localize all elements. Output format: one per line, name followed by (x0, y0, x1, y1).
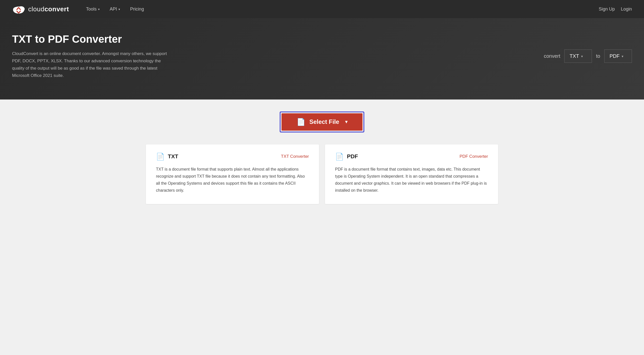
signup-link[interactable]: Sign Up (599, 7, 615, 12)
logo-link[interactable]: cloudconvert (12, 3, 69, 16)
pdf-format-left: 📄 PDF (335, 153, 358, 161)
to-format-selector[interactable]: PDF ▾ (604, 49, 632, 63)
api-caret-icon: ▾ (118, 8, 120, 11)
logo-text: cloudconvert (28, 5, 69, 13)
select-file-caret-icon: ▾ (345, 119, 347, 125)
txt-converter-link[interactable]: TXT Converter (281, 154, 309, 159)
nav-auth: Sign Up Login (599, 7, 632, 12)
select-file-wrapper: 📄 Select File ▾ (280, 112, 365, 132)
hero-converter: convert TXT ▾ to PDF ▾ (544, 49, 632, 63)
nav-tools[interactable]: Tools ▾ (81, 0, 105, 18)
info-cards: 📄 TXT TXT Converter TXT is a document fi… (146, 144, 498, 204)
txt-format-left: 📄 TXT (156, 153, 178, 161)
nav-api[interactable]: API ▾ (105, 0, 125, 18)
pdf-format-name: PDF (347, 153, 358, 160)
select-file-button[interactable]: 📄 Select File ▾ (281, 113, 363, 131)
convert-label: convert (544, 53, 560, 59)
nav-pricing[interactable]: Pricing (125, 0, 149, 18)
select-file-label: Select File (309, 118, 339, 125)
to-format-value: PDF (610, 53, 620, 59)
login-link[interactable]: Login (621, 7, 632, 12)
from-format-value: TXT (570, 53, 579, 59)
page-title: TXT to PDF Converter (12, 33, 173, 45)
nav-links: Tools ▾ API ▾ Pricing (81, 0, 599, 18)
txt-info-card: 📄 TXT TXT Converter TXT is a document fi… (146, 144, 319, 204)
file-upload-icon: 📄 (297, 118, 305, 126)
logo-icon (12, 3, 25, 16)
pdf-converter-link[interactable]: PDF Converter (460, 154, 488, 159)
to-label: to (596, 53, 600, 59)
to-format-caret-icon: ▾ (622, 54, 623, 58)
from-format-selector[interactable]: TXT ▾ (564, 49, 592, 63)
pdf-card-header: 📄 PDF PDF Converter (335, 153, 488, 161)
from-format-caret-icon: ▾ (581, 54, 583, 58)
pdf-file-icon: 📄 (335, 153, 344, 161)
hero-description: CloudConvert is an online document conve… (12, 50, 173, 79)
navbar: cloudconvert Tools ▾ API ▾ Pricing Sign … (0, 0, 644, 18)
hero-left: TXT to PDF Converter CloudConvert is an … (12, 33, 173, 79)
txt-file-icon: 📄 (156, 153, 165, 161)
pdf-description: PDF is a document file format that conta… (335, 166, 488, 194)
txt-card-header: 📄 TXT TXT Converter (156, 153, 309, 161)
hero-section: TXT to PDF Converter CloudConvert is an … (0, 18, 644, 99)
txt-format-name: TXT (168, 153, 178, 160)
tools-caret-icon: ▾ (98, 8, 100, 11)
pdf-info-card: 📄 PDF PDF Converter PDF is a document fi… (325, 144, 498, 204)
main-content: 📄 Select File ▾ 📄 TXT TXT Converter TXT … (0, 99, 644, 216)
txt-description: TXT is a document file format that suppo… (156, 166, 309, 194)
